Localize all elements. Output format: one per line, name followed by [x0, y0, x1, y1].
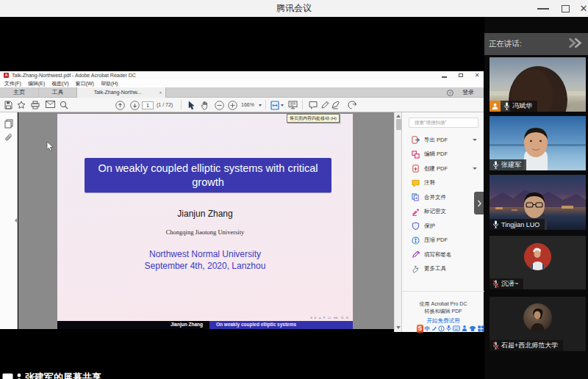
- tool-edit-pdf[interactable]: 编辑 PDF: [402, 148, 484, 162]
- zoom-out-icon[interactable]: [215, 101, 224, 110]
- tool-comment[interactable]: 注释: [402, 176, 484, 191]
- tools-panel: 搜索“增强扫描” 导出 PDF 编辑 PDF 创建 PDF 注释: [401, 112, 484, 332]
- acrobat-restore-button[interactable]: [459, 73, 463, 77]
- menu-file[interactable]: 文件(F): [4, 80, 21, 87]
- search-icon[interactable]: [60, 101, 68, 109]
- participant-tile[interactable]: Tingjian LUO: [490, 175, 586, 230]
- tab-document[interactable]: Talk-Zhang-Northw...: [76, 87, 166, 98]
- export-pdf-icon: [412, 136, 420, 144]
- menu-view[interactable]: 视图(V): [51, 80, 68, 87]
- select-tool-icon[interactable]: [187, 101, 196, 110]
- mic-on-icon: [503, 102, 510, 110]
- chevron-down-icon[interactable]: [473, 139, 477, 141]
- skin-icon[interactable]: [469, 325, 476, 332]
- menu-window[interactable]: 窗口(W): [76, 80, 94, 87]
- save-icon[interactable]: [4, 101, 12, 109]
- zoom-level-label[interactable]: 166%: [241, 101, 254, 109]
- tool-create-pdf[interactable]: 创建 PDF: [402, 162, 484, 176]
- fit-width-icon[interactable]: [270, 101, 279, 110]
- participant-name: 沉潜~: [501, 279, 518, 289]
- comment-icon[interactable]: [309, 101, 318, 109]
- star-icon[interactable]: [17, 101, 26, 109]
- email-icon[interactable]: [46, 101, 55, 108]
- zoom-dropdown-caret[interactable]: [259, 104, 262, 107]
- scroll-up-arrow[interactable]: [396, 115, 401, 118]
- participant-name-bar: 沉潜~: [490, 278, 523, 289]
- participant-tile[interactable]: 张建军: [490, 116, 586, 170]
- avatar: [524, 243, 551, 270]
- participant-tile[interactable]: 冯斌华: [490, 57, 586, 112]
- tab-home[interactable]: 主页: [0, 87, 38, 98]
- keyboard-icon[interactable]: [453, 325, 460, 331]
- slide-title: On weakly coupled elliptic systems with …: [87, 162, 329, 190]
- chevron-down-icon[interactable]: [473, 167, 477, 170]
- tool-export-pdf[interactable]: 导出 PDF: [402, 133, 484, 148]
- page-thumbnails-icon[interactable]: [4, 118, 13, 131]
- emoji-icon[interactable]: [462, 325, 467, 332]
- acrobat-promo-line2: 转换和编辑 PDF: [402, 308, 484, 315]
- document-canvas[interactable]: On weakly coupled elliptic systems with …: [18, 112, 394, 329]
- sign-in-link[interactable]: 登录: [462, 87, 474, 98]
- input-mode-icon[interactable]: 中: [425, 325, 431, 333]
- acrobat-minimize-button[interactable]: [442, 76, 447, 78]
- help-icon[interactable]: ?: [447, 90, 453, 96]
- toolbar-separator: [181, 100, 182, 109]
- monitor-icon: [2, 373, 13, 379]
- more-tools-icon: [412, 265, 420, 273]
- acrobat-close-button[interactable]: ✕: [473, 71, 481, 79]
- acrobat-toolbar: 1 (1 / 72) 166%: [0, 98, 484, 112]
- sign-icon[interactable]: [331, 101, 341, 109]
- previous-page-icon[interactable]: [115, 101, 125, 110]
- pdf-page[interactable]: On weakly coupled elliptic systems with …: [57, 114, 353, 329]
- left-panel-collapse-icon[interactable]: [15, 218, 17, 223]
- send-icon[interactable]: [348, 101, 357, 109]
- tool-fill-sign[interactable]: 填写和签名: [402, 248, 484, 262]
- menu-help[interactable]: 帮助(H): [101, 80, 118, 87]
- tool-protect[interactable]: 保护: [402, 219, 484, 234]
- attachments-icon[interactable]: [4, 133, 13, 146]
- tools-search-input[interactable]: 搜索“增强扫描”: [409, 118, 478, 128]
- close-button[interactable]: ✕: [578, 2, 588, 15]
- hand-tool-icon[interactable]: [201, 101, 209, 110]
- page-count-label: (1 / 72): [157, 101, 173, 109]
- participant-name: 石超+西北师范大学: [501, 341, 558, 350]
- voice-icon[interactable]: [446, 325, 451, 332]
- page-number-input[interactable]: 1: [142, 101, 154, 109]
- maximize-button[interactable]: [562, 5, 570, 12]
- document-scrollbar[interactable]: [394, 112, 401, 332]
- tab-tools[interactable]: 工具: [38, 87, 76, 98]
- input-method-bar[interactable]: S 中: [417, 324, 484, 333]
- print-icon[interactable]: [31, 101, 40, 109]
- acrobat-window: A Talk-Zhang-Northwest.pdf - Adobe Acrob…: [0, 71, 484, 332]
- minimize-button[interactable]: [537, 8, 549, 10]
- reading-mode-icon[interactable]: [288, 101, 298, 109]
- info-icon[interactable]: [438, 325, 445, 332]
- punctuation-icon[interactable]: [431, 325, 437, 332]
- tab-close-icon[interactable]: ×: [158, 90, 163, 95]
- mic-muted-icon: [492, 280, 499, 288]
- toolbox-icon[interactable]: [478, 325, 484, 332]
- tool-redact[interactable]: 标记密文: [402, 205, 484, 220]
- scrollbar-thumb[interactable]: [396, 119, 401, 130]
- hand-tool-tooltip: 将页面内容四处移动 (H): [287, 114, 340, 123]
- tool-combine-files[interactable]: 合并文件: [402, 190, 484, 205]
- scroll-down-arrow[interactable]: [396, 326, 401, 329]
- meeting-title: 腾讯会议: [0, 0, 588, 17]
- participants-panel: 正在讲话: 冯斌华: [484, 17, 588, 379]
- collapse-panel-icon[interactable]: [567, 36, 583, 53]
- pencil-icon[interactable]: [320, 101, 329, 109]
- fit-dropdown-caret[interactable]: [281, 104, 284, 107]
- next-page-icon[interactable]: [130, 101, 140, 110]
- create-pdf-icon: [412, 165, 420, 173]
- panel-collapse-handle[interactable]: [474, 192, 484, 214]
- slide-footer-author: Jianjun Zhang: [57, 321, 209, 329]
- mic-on-icon: [492, 161, 499, 169]
- tool-compress-pdf[interactable]: 压缩 PDF: [402, 234, 484, 248]
- participant-tile[interactable]: 石超+西北师范大学: [490, 297, 586, 351]
- slide-footer-title: On weakly coupled elliptic systems: [209, 321, 353, 329]
- zoom-in-icon[interactable]: [228, 101, 237, 110]
- sogou-logo-icon[interactable]: S: [417, 325, 423, 333]
- tool-more-tools[interactable]: 更多工具: [402, 262, 484, 277]
- menu-edit[interactable]: 编辑(E): [28, 80, 45, 87]
- participant-tile[interactable]: 沉潜~: [490, 236, 586, 289]
